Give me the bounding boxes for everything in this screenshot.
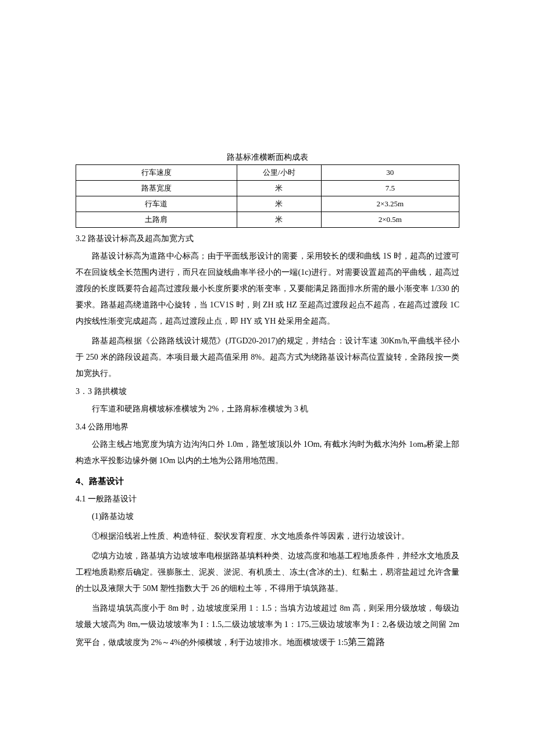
- paragraph: ①根据沿线岩上性质、构造特征、裂状发育程度、水文地质条件等因素，进行边坡设计。: [76, 528, 459, 544]
- paragraph: 行车道和硬路肩横坡标准横坡为 2%，土路肩标准横坡为 3 机: [76, 401, 459, 417]
- cell-param: 路基宽度: [76, 181, 237, 196]
- paragraph: ②填方边坡，路基填方边坡坡率电根据路基填料种类、边坡高度和地基工程地质条件，并经…: [76, 548, 459, 597]
- cell-value: 7.5: [321, 181, 459, 196]
- heading-4-1: 4.1 一般路基设计: [76, 493, 459, 505]
- cross-section-table: 行车速度 公里/小时 30 路基宽度 米 7.5 行车道 米 2×3.25m 土…: [76, 164, 459, 228]
- cell-param: 土路肩: [76, 212, 237, 228]
- cell-unit: 米: [237, 196, 321, 212]
- heading-3-2: 3.2 路基设计标高及超高加宽方式: [76, 232, 459, 245]
- trailing-text: 第三篇路: [348, 637, 385, 647]
- cell-value: 30: [321, 165, 459, 181]
- heading-3-3: 3．3 路拱横坡: [76, 385, 459, 397]
- table-row: 路基宽度 米 7.5: [76, 181, 459, 196]
- paragraph: 路基设计标高为道路中心标高；由于平面线形设计的需要，采用较长的缓和曲线 1S 时…: [76, 248, 459, 329]
- table-row: 行车速度 公里/小时 30: [76, 165, 459, 181]
- paragraph-text: 当路堤填筑高度小于 8m 时，边坡坡度采用 1：1.5；当填方边坡超过 8m 高…: [76, 604, 459, 647]
- cell-value: 2×3.25m: [321, 196, 459, 212]
- cell-unit: 公里/小时: [237, 165, 321, 181]
- paragraph: 公路主线占地宽度为填方边沟沟口外 1.0m，路堑坡顶以外 1Om, 有截水沟时为…: [76, 436, 459, 469]
- cell-unit: 米: [237, 181, 321, 196]
- heading-4: 4、路基设计: [76, 475, 459, 488]
- paragraph: 路基超高根据《公路路线设计规范》(JTGD20-2017)的规定，并结合：设计车…: [76, 333, 459, 382]
- cell-param: 行车速度: [76, 165, 237, 181]
- table-row: 土路肩 米 2×0.5m: [76, 212, 459, 228]
- cell-param: 行车道: [76, 196, 237, 212]
- list-item-1: (1)路基边坡: [76, 508, 459, 525]
- paragraph: 当路堤填筑高度小于 8m 时，边坡坡度采用 1：1.5；当填方边坡超过 8m 高…: [76, 600, 459, 651]
- cell-unit: 米: [237, 212, 321, 228]
- heading-3-4: 3.4 公路用地界: [76, 421, 459, 433]
- table-title: 路基标准横断面构成表: [76, 151, 459, 163]
- cell-value: 2×0.5m: [321, 212, 459, 228]
- document-page: 路基标准横断面构成表 行车速度 公里/小时 30 路基宽度 米 7.5 行车道 …: [0, 0, 535, 713]
- table-row: 行车道 米 2×3.25m: [76, 196, 459, 212]
